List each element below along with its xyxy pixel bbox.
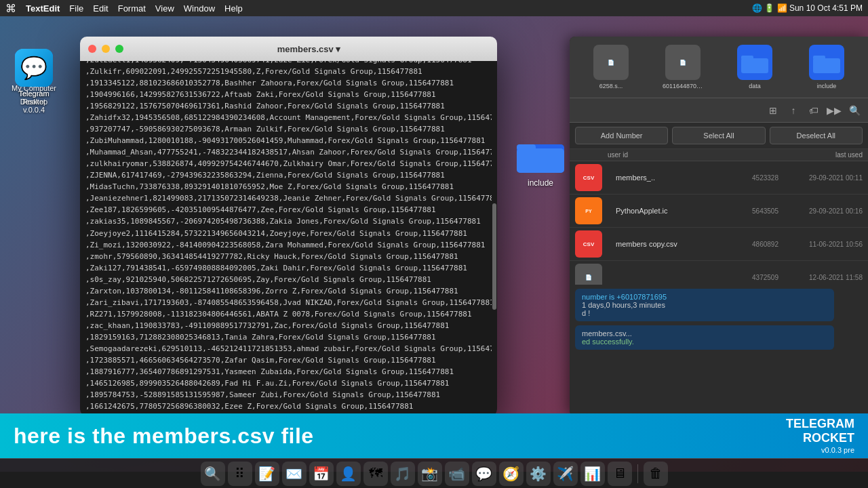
- dock: 🔍 ⠿ 📝 ✉️ 📅 👤 🗺 🎵 📸 📹 💬 🧭 ⚙️ ✈️ 📊 🖥 🗑: [0, 458, 868, 488]
- toolbar-share-icon[interactable]: ↑: [785, 102, 802, 119]
- menu-bar: ⌘ TextEdit File Edit Format View Window …: [0, 0, 868, 16]
- apple-menu[interactable]: ⌘: [5, 2, 16, 15]
- file-list[interactable]: CSV members_.. 4523328 29-09-2021 00:11 …: [570, 161, 868, 285]
- csv-line: ,1904996166,142995827631536722,Aftaab Za…: [85, 89, 486, 100]
- csv-line: ,Zari_zibavi,1717193603,-874085548653596…: [85, 297, 486, 308]
- telegram-panel: 📄 6258.s... 📄 601164487083.se... data in…: [570, 37, 868, 416]
- subtitle-logo-line2: ROCKET: [786, 431, 854, 446]
- menu-format[interactable]: Format: [118, 3, 146, 14]
- deselect-all-button[interactable]: Deselect All: [770, 127, 863, 144]
- dock-mail[interactable]: ✉️: [282, 462, 307, 486]
- csv-line: ,Zee187,1826599605,-420351009544876477,Z…: [85, 204, 486, 216]
- csv-line: ,Semogaadarezeki,629510113,-465212411721…: [85, 343, 486, 354]
- desktop: My Computer ✈️ Telegram Rocketv.0.0.4 💬 …: [0, 16, 868, 472]
- window-minimize-button[interactable]: [102, 45, 110, 53]
- dock-calendar[interactable]: 📅: [309, 462, 334, 486]
- subtitle-bar: here is the members.csv file TELEGRAM RO…: [0, 413, 868, 458]
- dock-trash[interactable]: 🗑: [644, 462, 668, 486]
- select-all-button[interactable]: Select All: [672, 127, 765, 144]
- dock-separator: [637, 464, 638, 483]
- csv-line: ,1887916777,365407786891297531,Yasmeen Z…: [85, 366, 486, 378]
- window-close-button[interactable]: [88, 45, 96, 53]
- svg-rect-11: [517, 148, 564, 173]
- subtitle-version: v0.0.3 pre: [786, 446, 854, 455]
- menu-right: 🌐 🔋 📶 Sun 10 Oct 4:51 PM: [752, 3, 863, 13]
- dock-terminal[interactable]: 🖥: [608, 462, 632, 486]
- csv-line: ,Muhammad_Ahsan,477755241,-7483223441824…: [85, 146, 486, 158]
- csv-line: ,zulkhairyomar,538826874,409929754246744…: [85, 158, 486, 169]
- csv-line: ,ZubiMuhammad,1280010188,-90493170052604…: [85, 135, 486, 146]
- toolbar-forward-icon[interactable]: ▶▶: [826, 102, 842, 119]
- svg-rect-8: [813, 58, 840, 73]
- dock-launchpad[interactable]: ⠿: [228, 462, 252, 486]
- toolbar-tag-icon[interactable]: 🏷: [806, 102, 822, 119]
- csv-line: ,RZ271,1579928008,-113182304806446561,AB…: [85, 308, 486, 320]
- dock-facetime[interactable]: 📹: [445, 462, 469, 486]
- file-item-session2[interactable]: 📄 601164487083.se...: [650, 45, 716, 89]
- panel-toolbar: ⊞ ↑ 🏷 ▶▶ 🔍: [570, 98, 868, 123]
- desktop-icon-telegram-desktop[interactable]: 💬 Telegram Desktop: [7, 49, 61, 106]
- chat-area: number is +60107871695 1 days,0 hours,3 …: [570, 285, 868, 416]
- csv-line: ,1723885571,466560634564273570,Zafar Qas…: [85, 354, 486, 366]
- textedit-window: members.csv ▾ username,user id,access ha…: [80, 37, 497, 416]
- csv-line: ,1913345122,881023686010352778,Bashher Z…: [85, 77, 486, 89]
- csv-line: ,Zahidfx32,1945356508,685122984390234608…: [85, 112, 486, 123]
- menu-textedit[interactable]: TextEdit: [26, 3, 60, 14]
- file-row-4[interactable]: 📄 4372509 12-06-2021 11:58: [570, 261, 868, 285]
- dock-music[interactable]: 🎵: [391, 462, 415, 486]
- file-item-data-folder[interactable]: data: [722, 45, 788, 89]
- include-folder-desktop[interactable]: include: [517, 135, 564, 188]
- dock-maps[interactable]: 🗺: [363, 462, 388, 486]
- dock-numbers[interactable]: 📊: [580, 462, 605, 486]
- dock-messages[interactable]: 💬: [472, 462, 496, 486]
- toolbar-grid-icon[interactable]: ⊞: [765, 102, 781, 119]
- menu-view[interactable]: View: [155, 3, 174, 14]
- dock-photos[interactable]: 📸: [418, 462, 442, 486]
- file-item-session1[interactable]: 📄 6258.s...: [578, 45, 644, 89]
- csv-line: ,1956829122,157675070469617361,Rashid Za…: [85, 100, 486, 112]
- textedit-content: username,user id,access hash,name,group,…: [80, 61, 497, 416]
- csv-line: ,Zoeyjoye2,1116415284,573221349656043214…: [85, 228, 486, 239]
- menu-help[interactable]: Help: [224, 3, 243, 14]
- csv-line: ,Jeaniezehner1,821499083,217135072314649…: [85, 192, 486, 204]
- chat-bubble-1: number is +60107871695 1 days,0 hours,3 …: [575, 289, 834, 321]
- menu-file[interactable]: File: [69, 3, 83, 14]
- csv-line: ,ZJENNA,617417469,-279439632235863294,Zi…: [85, 169, 486, 181]
- file-row-python[interactable]: PY PythonApplet.ic 5643505 29-09-2021 00…: [570, 195, 868, 228]
- subtitle-logo: TELEGRAM ROCKET v0.0.3 pre: [786, 417, 854, 455]
- csv-line: ,zac_khaan,1190833783,-49110988951773279…: [85, 320, 486, 331]
- dock-textedit[interactable]: 📝: [255, 462, 279, 486]
- menu-window[interactable]: Window: [184, 3, 215, 14]
- window-maximize-button[interactable]: [115, 45, 123, 53]
- table-header: user id last used: [570, 149, 868, 161]
- csv-line: ,Zarxton,1037800134,-801125841108658396,…: [85, 285, 486, 297]
- file-item-include-folder[interactable]: include: [793, 45, 860, 89]
- csv-line: ,MidasTuchn,733876338,893291401810765952…: [85, 181, 486, 192]
- dock-safari[interactable]: 🧭: [499, 462, 524, 486]
- menu-edit[interactable]: Edit: [93, 3, 108, 14]
- dock-telegram[interactable]: ✈️: [553, 462, 578, 486]
- file-row-members-copy[interactable]: CSV members copy.csv 4860892 11-06-2021 …: [570, 228, 868, 261]
- csv-line: ,1829159163,712882308025346813,Tania Zah…: [85, 331, 486, 343]
- subtitle-text: here is the members.csv file: [14, 424, 314, 449]
- dock-contacts[interactable]: 👤: [336, 462, 361, 486]
- toolbar-search-icon[interactable]: 🔍: [846, 102, 863, 119]
- dock-finder[interactable]: 🔍: [201, 462, 225, 486]
- telegram-desktop-icon-label: Telegram Desktop: [7, 89, 61, 106]
- csv-line: ,Zi_mozi,1320030922,-841400904223568058,…: [85, 239, 486, 251]
- csv-line: ,zulzuell1,1489562409,-71304549640566974…: [85, 61, 486, 66]
- textedit-scroll[interactable]: username,user id,access hash,name,group,…: [80, 61, 492, 416]
- add-number-button[interactable]: Add Number: [575, 127, 668, 144]
- textedit-title: members.csv ▾: [129, 44, 489, 54]
- subtitle-logo-line1: TELEGRAM: [786, 417, 854, 432]
- csv-line: ,1895784753,-528891585131595987,Sameer Z…: [85, 389, 486, 401]
- csv-line: ,s0s_zay,921025940,506822571272650695,Za…: [85, 274, 486, 285]
- csv-line: ,zakias35,1089845567,-206974205498736388…: [85, 216, 486, 227]
- csv-line: ,Zaki127,791438541,-659749808884092005,Z…: [85, 262, 486, 274]
- textedit-titlebar: members.csv ▾: [80, 37, 497, 61]
- file-row-members-csv[interactable]: CSV members_.. 4523328 29-09-2021 00:11: [570, 161, 868, 195]
- file-grid: 📄 6258.s... 📄 601164487083.se... data in…: [570, 37, 868, 98]
- dock-settings[interactable]: ⚙️: [526, 462, 551, 486]
- csv-line: ,1465126985,899903526488042689,Fad Hi F.…: [85, 378, 486, 389]
- csv-line: ,zmohr,579560890,363414854419277782,Rick…: [85, 251, 486, 262]
